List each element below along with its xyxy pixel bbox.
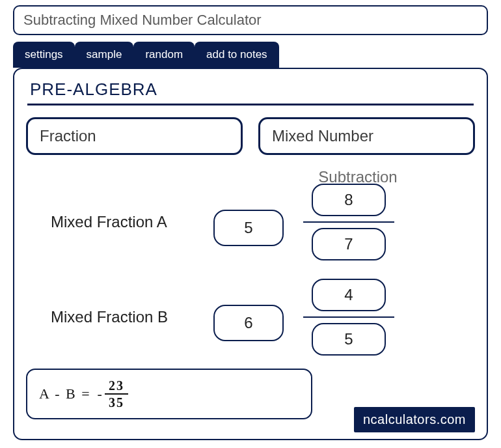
tab-bar: settings sample random add to notes xyxy=(13,42,488,68)
tab-sample[interactable]: sample xyxy=(75,42,134,68)
fraction-a-denominator-input[interactable]: 7 xyxy=(312,228,386,260)
fraction-b-row: Mixed Fraction B 6 4 5 xyxy=(26,279,475,356)
fraction-b-denominator-input[interactable]: 5 xyxy=(312,323,386,356)
type-selector-row: Fraction Mixed Number xyxy=(26,117,475,155)
result-denominator: 35 xyxy=(105,393,128,409)
fraction-a-whole-input[interactable]: 5 xyxy=(213,210,284,246)
tab-add-to-notes[interactable]: add to notes xyxy=(195,42,279,68)
type-mixed-button[interactable]: Mixed Number xyxy=(258,117,475,155)
fraction-a-label: Mixed Fraction A xyxy=(51,213,213,231)
tab-settings[interactable]: settings xyxy=(13,42,75,68)
fraction-a-numerator-input[interactable]: 8 xyxy=(312,184,386,216)
fraction-b-bar xyxy=(303,316,394,318)
fraction-a-row: Mixed Fraction A 5 8 7 xyxy=(26,184,475,260)
result-fraction: 23 35 xyxy=(105,379,128,409)
type-fraction-button[interactable]: Fraction xyxy=(26,117,243,155)
result-box: A - B = - 23 35 xyxy=(26,369,312,419)
page-title: Subtracting Mixed Number Calculator xyxy=(13,5,488,35)
section-heading: PRE-ALGEBRA xyxy=(26,78,475,104)
fraction-b-numerator-input[interactable]: 4 xyxy=(312,279,386,311)
result-lhs: A - B = xyxy=(39,385,91,402)
fraction-b-fraction: 4 5 xyxy=(303,279,394,356)
fraction-b-whole-input[interactable]: 6 xyxy=(213,305,284,341)
result-sign: - xyxy=(98,385,103,402)
fraction-a-bar xyxy=(303,221,394,223)
brand-badge: ncalculators.com xyxy=(354,407,475,432)
fraction-b-label: Mixed Fraction B xyxy=(51,308,213,326)
result-numerator: 23 xyxy=(109,379,124,393)
section-underline xyxy=(27,104,474,105)
fraction-a-fraction: 8 7 xyxy=(303,184,394,260)
title-text: Subtracting Mixed Number Calculator xyxy=(23,12,262,28)
calculator-panel: PRE-ALGEBRA Fraction Mixed Number Subtra… xyxy=(13,68,488,440)
tab-random[interactable]: random xyxy=(133,42,195,68)
